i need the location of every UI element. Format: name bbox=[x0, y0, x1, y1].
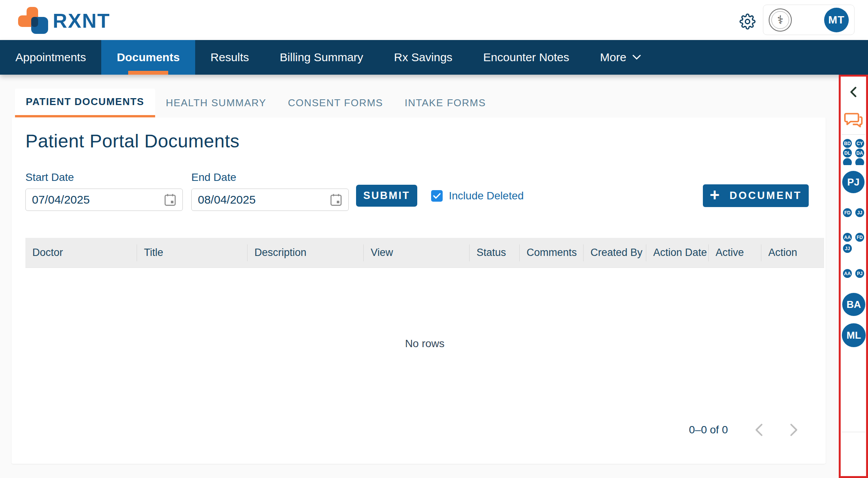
nav-item-billing-summary[interactable]: Billing Summary bbox=[264, 40, 379, 75]
pagination-range-label: 0–0 of 0 bbox=[689, 424, 728, 436]
patient-documents-panel: Patient Portal Documents Start Date End … bbox=[12, 117, 826, 464]
column-header-created-by[interactable]: Created By bbox=[584, 238, 646, 267]
avatar-badge-clipped[interactable] bbox=[842, 157, 853, 165]
include-deleted-checkbox[interactable] bbox=[431, 190, 443, 202]
annotation-highlight-box: BD CY DL DA PJ FD JJ AA FD JJ AA PJ BA M… bbox=[839, 75, 868, 478]
avatar-badge[interactable]: PJ bbox=[855, 268, 865, 279]
chevron-down-icon bbox=[632, 55, 641, 60]
plus-icon: + bbox=[710, 187, 721, 203]
add-document-button[interactable]: + DOCUMENT bbox=[703, 184, 809, 207]
nav-item-encounter-notes[interactable]: Encounter Notes bbox=[468, 40, 584, 75]
column-header-description[interactable]: Description bbox=[248, 238, 364, 267]
avatar-badge[interactable]: BA bbox=[842, 293, 865, 316]
column-header-view[interactable]: View bbox=[364, 238, 470, 267]
avatar-badge[interactable]: AA bbox=[842, 232, 853, 242]
column-header-action-date[interactable]: Action Date bbox=[646, 238, 709, 267]
documents-table: Doctor Title Description View Status Com… bbox=[25, 238, 824, 420]
chevron-left-icon bbox=[754, 423, 763, 436]
messaging-sidebar: BD CY DL DA PJ FD JJ AA FD JJ AA PJ BA M… bbox=[841, 77, 866, 476]
empty-state-text: No rows bbox=[405, 338, 445, 350]
avatar-badge-clipped[interactable] bbox=[855, 157, 865, 165]
avatar-badge[interactable]: DL bbox=[842, 148, 853, 158]
app-screen: RXNT ⚕ MT Appointments Documents Results… bbox=[0, 0, 868, 478]
start-date-field[interactable] bbox=[25, 189, 183, 211]
sidebar-collapse-button[interactable] bbox=[841, 84, 866, 100]
avatar-badge[interactable]: AA bbox=[842, 268, 853, 279]
avatar-badge[interactable]: PJ bbox=[842, 171, 865, 193]
avatar-cluster: BD CY DL DA bbox=[841, 137, 866, 165]
table-pagination: 0–0 of 0 bbox=[689, 421, 803, 438]
main-nav: Appointments Documents Results Billing S… bbox=[0, 40, 868, 75]
end-date-label: End Date bbox=[191, 171, 236, 184]
column-header-action[interactable]: Action bbox=[761, 238, 824, 267]
table-header-row: Doctor Title Description View Status Com… bbox=[25, 238, 824, 268]
check-icon bbox=[433, 193, 441, 199]
avatar-badge[interactable]: DA bbox=[855, 148, 865, 158]
include-deleted-label: Include Deleted bbox=[449, 190, 524, 202]
avatar-badge[interactable]: JJ bbox=[855, 207, 865, 218]
tab-intake-forms[interactable]: INTAKE FORMS bbox=[394, 89, 497, 117]
column-header-status[interactable]: Status bbox=[470, 238, 520, 267]
top-header: RXNT ⚕ MT bbox=[0, 0, 868, 40]
next-page-button[interactable] bbox=[786, 421, 803, 438]
column-header-active[interactable]: Active bbox=[709, 238, 761, 267]
tab-patient-documents[interactable]: PATIENT DOCUMENTS bbox=[15, 89, 155, 117]
rxnt-logo-mark bbox=[17, 5, 49, 36]
start-date-label: Start Date bbox=[25, 171, 74, 184]
chevron-left-icon bbox=[850, 87, 857, 97]
column-header-doctor[interactable]: Doctor bbox=[25, 238, 137, 267]
column-header-comments[interactable]: Comments bbox=[520, 238, 584, 267]
calendar-icon[interactable] bbox=[330, 193, 342, 206]
avatar-badge[interactable]: CY bbox=[855, 138, 865, 149]
brand-name: RXNT bbox=[53, 6, 110, 35]
practice-seal-logo: ⚕ bbox=[769, 8, 792, 32]
submit-button[interactable]: SUBMIT bbox=[356, 185, 417, 207]
calendar-icon[interactable] bbox=[164, 193, 176, 206]
nav-item-more[interactable]: More bbox=[585, 40, 656, 75]
tab-health-summary[interactable]: HEALTH SUMMARY bbox=[155, 89, 277, 117]
nav-item-rx-savings[interactable]: Rx Savings bbox=[379, 40, 468, 75]
sidebar-divider bbox=[841, 134, 865, 135]
caduceus-icon: ⚕ bbox=[771, 11, 789, 29]
end-date-input[interactable] bbox=[198, 193, 306, 206]
table-body: No rows bbox=[25, 268, 824, 420]
nav-item-appointments[interactable]: Appointments bbox=[0, 40, 101, 75]
avatar-badge[interactable]: BD bbox=[842, 138, 853, 149]
chat-button[interactable] bbox=[841, 110, 866, 130]
previous-page-button[interactable] bbox=[750, 421, 767, 438]
nav-item-documents[interactable]: Documents bbox=[101, 40, 195, 75]
user-avatar[interactable]: MT bbox=[824, 8, 849, 32]
active-nav-underline bbox=[128, 71, 168, 75]
avatar-badge[interactable]: JJ bbox=[842, 243, 853, 254]
nav-item-results[interactable]: Results bbox=[195, 40, 264, 75]
chat-bubbles-icon bbox=[844, 112, 863, 129]
page-title: Patient Portal Documents bbox=[25, 130, 239, 152]
tab-consent-forms[interactable]: CONSENT FORMS bbox=[277, 89, 394, 117]
gear-icon bbox=[739, 13, 756, 30]
avatar-badge[interactable]: FD bbox=[842, 207, 853, 218]
practice-switcher[interactable]: ⚕ MT bbox=[763, 5, 855, 35]
avatar-badge[interactable]: ML bbox=[842, 323, 866, 347]
chevron-right-icon bbox=[790, 423, 798, 436]
document-tabs: PATIENT DOCUMENTS HEALTH SUMMARY CONSENT… bbox=[15, 89, 497, 117]
settings-button[interactable] bbox=[738, 12, 757, 31]
end-date-field[interactable] bbox=[191, 189, 349, 211]
rxnt-logo[interactable]: RXNT bbox=[17, 5, 110, 36]
column-header-title[interactable]: Title bbox=[137, 238, 248, 267]
start-date-input[interactable] bbox=[32, 193, 140, 206]
sidebar-divider bbox=[841, 432, 865, 432]
include-deleted-toggle[interactable]: Include Deleted bbox=[431, 190, 524, 202]
avatar-badge[interactable]: FD bbox=[855, 232, 865, 242]
